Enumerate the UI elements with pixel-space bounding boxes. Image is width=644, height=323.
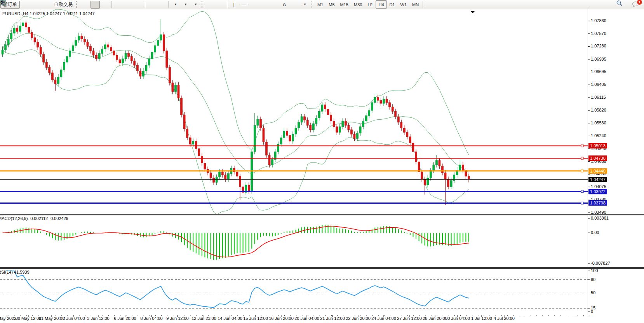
new-order-button[interactable]: 新订单: [0, 1, 20, 9]
timeframe-button-m30[interactable]: M30: [351, 0, 365, 9]
timeframe-button-h1[interactable]: H1: [365, 0, 376, 9]
toolbar-grip[interactable]: [76, 1, 79, 8]
timeframe-button-m15[interactable]: M15: [338, 0, 351, 9]
time-axis-label: 31 May 20:00: [39, 316, 65, 321]
panel-separator[interactable]: [0, 214, 644, 215]
time-axis-label: 8 Jun 04:00: [140, 316, 163, 321]
toolbar-grip[interactable]: [202, 1, 204, 8]
time-axis-label: 6 Jun 20:00: [114, 316, 136, 321]
panel-separator[interactable]: [0, 267, 644, 268]
auto-scroll-button[interactable]: [147, 1, 157, 9]
text-tool-button[interactable]: A: [280, 1, 289, 9]
price-tick-label: 1.03490: [591, 210, 606, 215]
price-tick-label: 1.06985: [591, 57, 606, 61]
time-axis-label: 30 May 12:00: [16, 316, 42, 321]
horizontal-line-tool-button[interactable]: —: [239, 1, 249, 9]
price-tick-label: 1.07860: [591, 18, 606, 23]
time-axis-label: 16 Jun 20:00: [269, 316, 294, 321]
price-tag-1.05013: 1.05013: [588, 143, 607, 148]
rsi-level-label: 100: [591, 268, 598, 273]
time-axis-label: 20 Jun 04:00: [294, 316, 319, 321]
time-axis-label: May 2022: [0, 316, 16, 321]
chart-ohlc-title: EURUSD-,H4 1.04225 1.04247 1.04211 1.042…: [2, 11, 95, 16]
time-axis-label: 24 Jun 04:00: [371, 316, 396, 321]
timeframe-button-d1[interactable]: D1: [387, 0, 398, 9]
price-tick-label: 1.06405: [591, 82, 606, 87]
price-tag-1.03972: 1.03972: [588, 189, 607, 194]
timeframe-button-h4[interactable]: H4: [376, 0, 386, 9]
price-tick-label: 1.05240: [591, 133, 606, 138]
search-icon[interactable]: [616, 1, 626, 9]
notification-badge: 1: [637, 0, 642, 5]
time-axis-label: 21 Jun 12:00: [320, 316, 345, 321]
rsi-level-label: 0: [591, 309, 593, 314]
price-tag-1.03708: 1.03708: [588, 200, 607, 206]
period-button[interactable]: ▼: [181, 1, 190, 9]
zoom-out-button[interactable]: [124, 1, 133, 9]
rsi-indicator-label: RSI(14) 41.5939: [0, 270, 30, 274]
fibonacci-tool-button[interactable]: F: [270, 1, 279, 9]
chart-shift-button[interactable]: [157, 1, 167, 9]
chevron-down-icon: ▼: [184, 3, 187, 6]
auto-trading-label: 自动交易: [54, 1, 73, 8]
time-axis-label: 27 Jun 12:00: [397, 316, 422, 321]
line-chart-type-button[interactable]: [101, 1, 110, 9]
tile-windows-button[interactable]: [134, 1, 143, 9]
zoom-in-button[interactable]: [114, 1, 123, 9]
main-chart-canvas[interactable]: [0, 9, 588, 214]
timeframe-toolbar: M1M5M15M30H1H4D1W1MN: [315, 0, 421, 9]
toolbar: 新订单 自动交易: [0, 0, 644, 9]
price-tick-label: 1.04075: [591, 184, 606, 189]
bar-chart-type-button[interactable]: [80, 1, 90, 9]
macd-scale-label: -0.007827: [591, 261, 610, 265]
macd-indicator-label: MACD(12,26,9) -0.002112 -0.002429: [0, 216, 68, 221]
toolbar-grip[interactable]: [311, 1, 313, 8]
time-axis-label: 15 Jun 12:00: [243, 316, 268, 321]
vertical-line-tool-button[interactable]: |: [229, 1, 238, 9]
macd-scale-label: 0.003801: [591, 216, 609, 220]
time-axis-label: 9 Jun 12:00: [166, 316, 189, 321]
terminal-icon[interactable]: [31, 1, 40, 9]
chevron-down-icon: ▼: [174, 3, 177, 6]
rsi-level-label: 80: [591, 277, 595, 282]
macd-panel-canvas[interactable]: [0, 215, 588, 267]
market-watch-icon[interactable]: [21, 1, 30, 9]
candlestick-chart-type-button[interactable]: [91, 1, 100, 9]
price-tick-label: 1.06115: [591, 95, 606, 100]
auto-trading-button[interactable]: 自动交易: [51, 1, 75, 9]
price-tick-label: 1.05530: [591, 120, 606, 125]
price-tick-label: 1.05820: [591, 108, 606, 112]
time-axis-label: 28 Jun 20:00: [423, 316, 447, 321]
timeframe-button-mn[interactable]: MN: [409, 0, 421, 9]
price-tag-1.04247: 1.04247: [588, 177, 607, 182]
add-indicator-button[interactable]: ▼: [171, 1, 180, 9]
timeframe-button-w1[interactable]: W1: [398, 0, 410, 9]
chevron-down-icon: ▼: [303, 3, 306, 6]
time-axis-label: 14 Jun 04:00: [218, 316, 242, 321]
timeframe-button-m1[interactable]: M1: [315, 0, 326, 9]
time-axis-label: 2 Jun 04:00: [63, 316, 85, 321]
text-label-tool-button[interactable]: T: [290, 1, 299, 9]
price-tick-label: 1.07280: [591, 44, 606, 48]
arrows-tool-button[interactable]: ▼: [300, 1, 309, 9]
macd-scale-label: 0.00: [591, 230, 599, 235]
time-axis-label: 4 Jul 20:00: [494, 316, 515, 321]
time-axis-label: 12 Jun 23:00: [191, 316, 216, 321]
notifications-chat-icon[interactable]: 1: [632, 1, 641, 9]
price-tick-label: 1.06695: [591, 69, 606, 74]
timeframe-button-m5[interactable]: M5: [326, 0, 337, 9]
trendline-tool-button[interactable]: [249, 1, 259, 9]
price-tag-1.04730: 1.04730: [588, 155, 607, 161]
template-button[interactable]: ▼: [191, 1, 200, 9]
rsi-level-label: 50: [591, 290, 595, 295]
chevron-down-icon: ▼: [194, 3, 197, 6]
signals-icon[interactable]: [41, 1, 50, 9]
crosshair-tool-button[interactable]: [216, 1, 225, 9]
terminal-window: 新订单 自动交易: [0, 0, 644, 323]
equidistant-channel-tool-button[interactable]: E: [259, 1, 269, 9]
price-tick-label: 1.07570: [591, 31, 606, 36]
time-axis-label: 30 Jun 04:00: [445, 316, 470, 321]
cursor-tool-button[interactable]: [206, 1, 215, 9]
time-axis-label: 22 Jun 20:00: [346, 316, 371, 321]
rsi-panel-canvas[interactable]: [0, 269, 588, 315]
